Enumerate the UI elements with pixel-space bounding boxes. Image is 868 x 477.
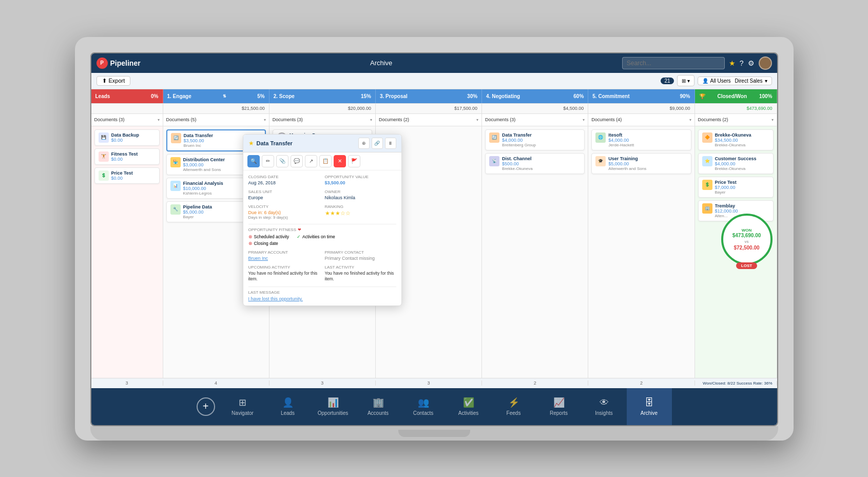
closing-date-value: Aug 26, 2018 <box>248 180 320 185</box>
nav-opportunities[interactable]: 📊 Opportunities <box>311 388 356 425</box>
nav-insights[interactable]: 👁 Insights <box>582 388 627 425</box>
stage-engage-header: 1. Engage ⇅ 5% <box>163 89 269 103</box>
card-amount: $0.00 <box>111 176 156 181</box>
share-tool[interactable]: ↗ <box>305 155 317 167</box>
popup-row-2: SALES UNIT Europe OWNER Nikolaus Kimla <box>248 189 396 200</box>
link-icon[interactable]: 🔗 <box>372 138 383 149</box>
card-amount: $500.00 <box>502 161 581 166</box>
opp-card[interactable]: 🔄 Data Transfer $4,000.00 Breitenberg Gr… <box>485 129 585 150</box>
card-icon: 🏋 <box>99 151 109 162</box>
leads-docs-arrow[interactable]: ▾ <box>158 118 160 122</box>
view-filter-button[interactable]: ⊞ ▾ <box>677 75 695 86</box>
popup-actions: ⊕ 🔗 ⏸ <box>358 138 396 149</box>
opp-card[interactable]: 💲 Price Test $7,000.00 Bayer <box>698 177 774 198</box>
card-amount: $4,000.00 <box>608 138 687 143</box>
closed-docs: Documents (2) ▾ <box>695 114 777 126</box>
opp-card[interactable]: 🎓 User Training $5,000.00 Altenwerth and… <box>591 153 691 174</box>
opp-card[interactable]: 📡 Dist. Channel $500.00 Brekke-Okuneva <box>485 153 585 174</box>
archive-icon: 🗄 <box>645 397 654 408</box>
account-contact-row: PRIMARY ACCOUNT Bruen Inc PRIMARY CONTAC… <box>248 250 396 261</box>
sales-unit-value: Europe <box>248 195 320 200</box>
nav-add-button[interactable]: + <box>197 397 215 416</box>
users-icon: 👤 <box>702 78 708 84</box>
velocity-label: VELOCITY <box>248 204 320 209</box>
velocity-sub: Days in step: 9 day(s) <box>248 215 320 220</box>
closed-docs-arrow[interactable]: ▾ <box>771 118 774 122</box>
card-amount: $7,000.00 <box>715 185 769 190</box>
stage-negotiating-label: 4. Negotiating <box>486 93 520 99</box>
fitness-title: OPPORTUNITY FITNESS ❤ <box>248 227 396 232</box>
commitment-docs-arrow[interactable]: ▾ <box>689 118 691 122</box>
nav-contacts[interactable]: 👥 Contacts <box>401 388 446 425</box>
fitness-items-2: ⊗ Closing date <box>248 241 396 246</box>
export-button[interactable]: ⬆ Export <box>97 76 131 86</box>
opp-card[interactable]: 💾 Data Backup $0.00 <box>94 129 160 146</box>
star-icon[interactable]: ★ <box>729 59 736 67</box>
card-title: Tremblay <box>715 203 769 208</box>
filter-icon: ⊞ <box>682 78 686 84</box>
settings-icon[interactable]: ⚙ <box>748 59 755 67</box>
card-body: Fitness Test $0.00 <box>111 151 156 162</box>
copy-tool[interactable]: 📋 <box>319 155 332 167</box>
card-title: Price Test <box>715 180 769 185</box>
nav-accounts[interactable]: 🏢 Accounts <box>356 388 401 425</box>
activity-tool[interactable]: 💬 <box>291 155 303 167</box>
search-tool[interactable]: 🔍 <box>247 155 260 167</box>
opp-card[interactable]: 🏋 Fitness Test $0.00 <box>94 148 160 165</box>
won-lost-display: WON $473,690.00 vs $72,500.00 LOST <box>721 214 773 269</box>
nav-archive[interactable]: 🗄 Archive <box>627 388 672 425</box>
attach-tool[interactable]: 📎 <box>276 155 288 167</box>
edit-tool[interactable]: ✏ <box>262 155 274 167</box>
pause-icon[interactable]: ⏸ <box>385 138 396 149</box>
engage-docs-arrow[interactable]: ▾ <box>264 118 266 122</box>
delete-tool[interactable]: ✕ <box>334 155 346 167</box>
closed-column: 🔶 Brekke-Okuneva $34,500.00 Brekke-Okune… <box>695 126 777 378</box>
card-company: Brekke-Okuneva <box>502 166 581 171</box>
card-icon: 🌐 <box>595 132 606 143</box>
card-body: User Training $5,000.00 Altenwerth and S… <box>608 156 687 171</box>
stage-leads-label: Leads <box>95 93 110 99</box>
card-title: Data Transfer <box>502 132 581 138</box>
nav-activities[interactable]: ✅ Activities <box>446 388 491 425</box>
nav-leads[interactable]: 👤 Leads <box>265 388 311 425</box>
dropdown-icon[interactable]: ▾ <box>765 78 767 84</box>
chevron-down-icon: ▾ <box>687 78 690 84</box>
commitment-amount: $9,000.00 <box>588 104 695 113</box>
scope-docs-arrow[interactable]: ▾ <box>370 118 372 122</box>
amounts-row: $21,500.00 $20,000.00 $17,500.00 $4,500.… <box>91 104 777 114</box>
lost-amount: $72,500.00 <box>734 245 759 251</box>
help-icon[interactable]: ? <box>740 59 744 67</box>
stage-negotiating-percent: 60% <box>573 93 584 99</box>
move-icon[interactable]: ⊕ <box>358 138 370 149</box>
bottom-stats: 3 4 3 3 2 2 Won/Closed: 8/22 Success Rat… <box>91 378 777 388</box>
flag-tool[interactable]: 🚩 <box>348 155 360 167</box>
opp-card[interactable]: 💲 Price Test $0.00 <box>94 167 160 184</box>
card-body: Price Test $7,000.00 Bayer <box>715 180 769 195</box>
proposal-count: 3 <box>376 380 482 386</box>
fitness-item: ⊗ Scheduled activity <box>248 234 290 239</box>
avatar[interactable] <box>759 56 772 70</box>
last-message-value[interactable]: I have lost this opportunity. <box>248 296 396 301</box>
opp-card[interactable]: ⭐ Customer Success $4,000.00 Brekke-Okun… <box>698 153 774 174</box>
stage-closed-header: 🏆 Closed/Won 100% <box>695 89 777 103</box>
activities-icon: ✅ <box>463 397 474 408</box>
sort-icon: ⇅ <box>223 94 226 99</box>
search-input[interactable] <box>622 57 725 69</box>
proposal-docs-arrow[interactable]: ▾ <box>476 118 478 122</box>
opp-card[interactable]: 🔶 Brekke-Okuneva $34,500.00 Brekke-Okune… <box>698 129 774 150</box>
last-activity-field: LAST ACTIVITY You have no finished activ… <box>325 265 396 283</box>
nav-feeds[interactable]: ⚡ Feeds <box>491 388 536 425</box>
nav-reports[interactable]: 📈 Reports <box>536 388 582 425</box>
negotiating-docs-arrow[interactable]: ▾ <box>583 118 585 122</box>
feeds-label: Feeds <box>507 410 521 416</box>
nav-navigator[interactable]: ⊞ Navigator <box>220 388 265 425</box>
accounts-label: Accounts <box>368 410 389 416</box>
stage-scope-header: 2. Scope 15% <box>269 89 376 103</box>
primary-account-value[interactable]: Bruen Inc <box>248 256 320 261</box>
stage-proposal-label: 3. Proposal <box>380 93 408 99</box>
error-icon: ⊗ <box>248 241 253 246</box>
opp-card[interactable]: 🌐 Itesoft $4,000.00 Jerde-Hackett <box>591 129 691 150</box>
accounts-icon: 🏢 <box>373 397 384 408</box>
ok-icon: ✓ <box>297 234 301 239</box>
owner-field: OWNER Nikolaus Kimla <box>325 189 396 200</box>
